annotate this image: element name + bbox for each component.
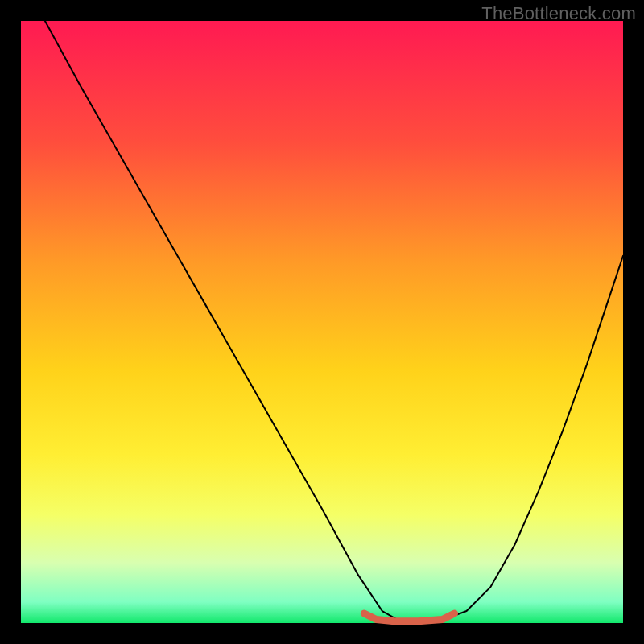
chart-canvas	[0, 0, 644, 644]
chart-frame: TheBottleneck.com	[0, 0, 644, 644]
plot-background	[21, 21, 623, 623]
watermark-text: TheBottleneck.com	[481, 3, 636, 24]
